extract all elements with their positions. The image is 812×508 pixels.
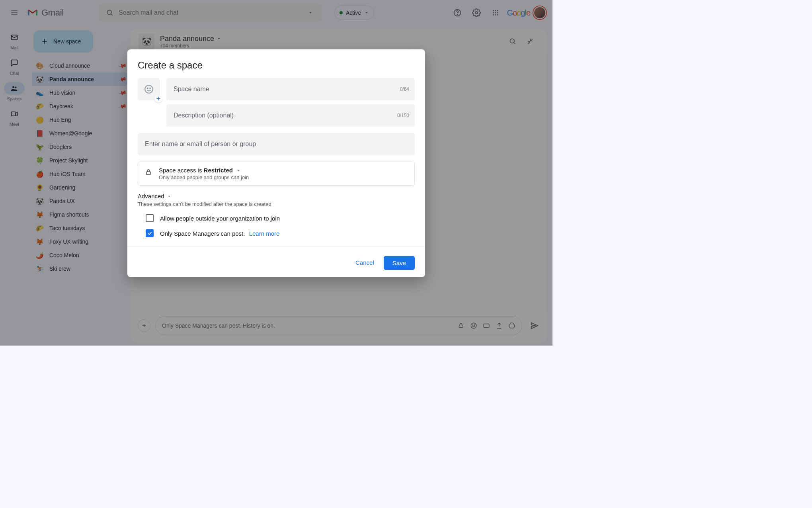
access-subtitle: Only added people and groups can join	[159, 174, 408, 180]
people-input[interactable]	[138, 133, 415, 155]
access-title: Space access is Restricted	[159, 167, 408, 174]
dialog-scrim: Create a space + 0/64 0/150	[0, 0, 552, 346]
cancel-button[interactable]: Cancel	[349, 256, 381, 270]
svg-point-22	[145, 85, 153, 93]
create-space-dialog: Create a space + 0/64 0/150	[127, 49, 425, 277]
dialog-title: Create a space	[138, 60, 415, 71]
space-emoji-picker[interactable]: +	[138, 78, 160, 100]
svg-rect-25	[146, 172, 150, 175]
svg-point-23	[147, 88, 148, 89]
desc-counter: 0/150	[397, 113, 409, 118]
save-button[interactable]: Save	[384, 256, 415, 270]
external-checkbox[interactable]	[146, 214, 154, 222]
space-description-input[interactable]	[166, 104, 415, 127]
advanced-toggle[interactable]: Advanced	[138, 193, 415, 199]
check-icon	[147, 231, 152, 236]
managers-only-checkbox[interactable]	[146, 229, 154, 237]
name-counter: 0/64	[400, 86, 409, 92]
space-name-input[interactable]	[166, 78, 415, 100]
learn-more-link[interactable]: Learn more	[249, 230, 280, 237]
chevron-down-icon	[236, 168, 241, 173]
chevron-down-icon	[167, 194, 172, 199]
space-access-selector[interactable]: Space access is Restricted Only added pe…	[138, 162, 415, 186]
lock-icon	[144, 168, 152, 176]
advanced-note: These settings can't be modified after t…	[138, 201, 415, 207]
svg-point-24	[150, 88, 150, 89]
external-label: Allow people outside your organization t…	[160, 215, 280, 222]
managers-label: Only Space Managers can post.	[160, 230, 245, 237]
smiley-icon	[144, 84, 154, 94]
plus-icon: +	[154, 95, 162, 103]
